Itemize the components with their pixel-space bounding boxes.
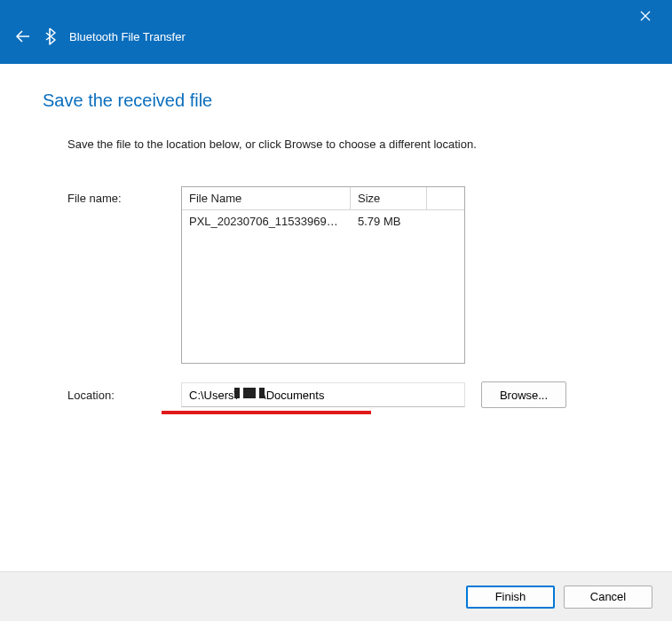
bluetooth-icon xyxy=(41,27,60,46)
location-input[interactable] xyxy=(181,382,465,407)
redacted-username xyxy=(243,388,256,398)
button-bar: Finish Cancel xyxy=(0,571,672,621)
filename-label: File name: xyxy=(67,186,181,205)
column-header-size[interactable]: Size xyxy=(351,187,427,210)
browse-button[interactable]: Browse... xyxy=(481,381,566,408)
title-bar: Bluetooth File Transfer xyxy=(0,0,672,64)
content-area: Save the received file Save the file to … xyxy=(0,64,672,408)
highlight-underline xyxy=(162,411,371,414)
cancel-button[interactable]: Cancel xyxy=(564,586,652,609)
window-title: Bluetooth File Transfer xyxy=(69,30,186,43)
close-button[interactable] xyxy=(628,4,663,28)
table-header: File Name Size xyxy=(182,187,464,210)
back-arrow-icon[interactable] xyxy=(7,20,39,52)
page-heading: Save the received file xyxy=(43,90,629,111)
file-table[interactable]: File Name Size PXL_20230706_115339693...… xyxy=(181,186,465,364)
redacted-username xyxy=(259,388,265,398)
column-header-spacer xyxy=(427,187,464,210)
description-text: Save the file to the location below, or … xyxy=(67,138,629,151)
location-label: Location: xyxy=(67,389,181,402)
finish-button[interactable]: Finish xyxy=(466,586,555,609)
cell-filesize: 5.79 MB xyxy=(351,210,464,232)
redacted-username xyxy=(234,388,240,398)
cell-filename: PXL_20230706_115339693.... xyxy=(182,210,351,232)
table-row[interactable]: PXL_20230706_115339693.... 5.79 MB xyxy=(182,210,464,232)
column-header-name[interactable]: File Name xyxy=(182,187,351,210)
